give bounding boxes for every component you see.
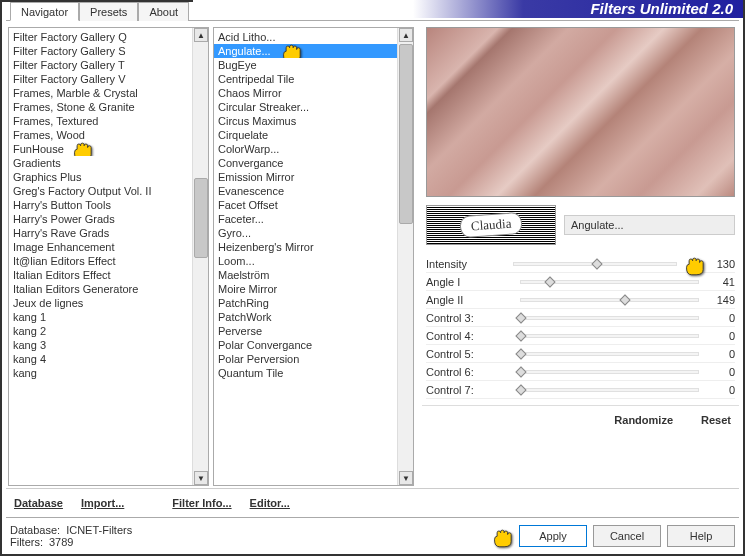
- filter-list-item[interactable]: Heizenberg's Mirror: [214, 240, 397, 254]
- filter-list-item[interactable]: Maelström: [214, 268, 397, 282]
- controls-button-row: Randomize Reset: [422, 405, 739, 434]
- author-logo-text: Claudia: [459, 212, 523, 238]
- slider-thumb[interactable]: [619, 294, 630, 305]
- filter-list-item[interactable]: Faceter...: [214, 212, 397, 226]
- control-row: Control 6:0: [426, 363, 735, 381]
- filter-list-item[interactable]: PatchWork: [214, 310, 397, 324]
- filter-list-item[interactable]: Circus Maximus: [214, 114, 397, 128]
- tab-presets[interactable]: Presets: [79, 2, 138, 21]
- filter-list-item[interactable]: Gyro...: [214, 226, 397, 240]
- category-list-item[interactable]: Frames, Wood: [9, 128, 192, 142]
- filter-list-item[interactable]: Centripedal Tile: [214, 72, 397, 86]
- filter-scrollbar[interactable]: ▲ ▼: [397, 28, 413, 485]
- control-slider[interactable]: [520, 280, 699, 284]
- editor-button[interactable]: Editor...: [246, 495, 294, 511]
- category-list-item[interactable]: Harry's Button Tools: [9, 198, 192, 212]
- category-list-item[interactable]: Filter Factory Gallery Q: [9, 30, 192, 44]
- category-list-item[interactable]: Italian Editors Effect: [9, 268, 192, 282]
- category-list-item[interactable]: Frames, Stone & Granite: [9, 100, 192, 114]
- category-list-item[interactable]: kang 2: [9, 324, 192, 338]
- scroll-up-icon[interactable]: ▲: [194, 28, 208, 42]
- main-panel: Filter Factory Gallery QFilter Factory G…: [6, 20, 739, 488]
- scroll-down-icon[interactable]: ▼: [194, 471, 208, 485]
- filter-list-item[interactable]: Quantum Tile: [214, 366, 397, 380]
- category-list-item[interactable]: Gradients: [9, 156, 192, 170]
- slider-thumb[interactable]: [516, 330, 527, 341]
- control-slider[interactable]: [520, 352, 699, 356]
- filter-info-button[interactable]: Filter Info...: [168, 495, 235, 511]
- category-list-item[interactable]: kang 1: [9, 310, 192, 324]
- category-list-item[interactable]: Jeux de lignes: [9, 296, 192, 310]
- filter-list-item[interactable]: Circular Streaker...: [214, 100, 397, 114]
- slider-thumb[interactable]: [516, 312, 527, 323]
- cancel-button[interactable]: Cancel: [593, 525, 661, 547]
- scroll-up-icon[interactable]: ▲: [399, 28, 413, 42]
- category-list-item[interactable]: Frames, Textured: [9, 114, 192, 128]
- slider-thumb[interactable]: [591, 258, 602, 269]
- category-list-item[interactable]: Filter Factory Gallery V: [9, 72, 192, 86]
- category-list-item[interactable]: Filter Factory Gallery S: [9, 44, 192, 58]
- filter-column: Acid Litho...Angulate...BugEyeCentripeda…: [211, 25, 416, 488]
- category-list-item[interactable]: Italian Editors Generatore: [9, 282, 192, 296]
- filter-list-item[interactable]: Perverse: [214, 324, 397, 338]
- help-button[interactable]: Help: [667, 525, 735, 547]
- control-row: Angle II149: [426, 291, 735, 309]
- control-slider[interactable]: [513, 262, 677, 266]
- filter-list-item[interactable]: Angulate...: [214, 44, 397, 58]
- filter-list-item[interactable]: Facet Offset: [214, 198, 397, 212]
- category-list-item[interactable]: Greg's Factory Output Vol. II: [9, 184, 192, 198]
- control-slider[interactable]: [520, 370, 699, 374]
- filter-list-item[interactable]: Emission Mirror: [214, 170, 397, 184]
- slider-thumb[interactable]: [516, 348, 527, 359]
- filter-list-item[interactable]: Moire Mirror: [214, 282, 397, 296]
- control-row: Control 3:0: [426, 309, 735, 327]
- filter-list-item[interactable]: Chaos Mirror: [214, 86, 397, 100]
- tab-about[interactable]: About: [138, 2, 189, 21]
- category-list-item[interactable]: kang 3: [9, 338, 192, 352]
- control-slider[interactable]: [520, 298, 699, 302]
- slider-thumb[interactable]: [544, 276, 555, 287]
- filter-list-item[interactable]: ColorWarp...: [214, 142, 397, 156]
- filter-list-item[interactable]: Cirquelate: [214, 128, 397, 142]
- category-list-item[interactable]: kang: [9, 366, 192, 380]
- category-list-item[interactable]: Harry's Power Grads: [9, 212, 192, 226]
- slider-thumb[interactable]: [516, 384, 527, 395]
- scroll-thumb[interactable]: [194, 178, 208, 258]
- filter-list-item[interactable]: Polar Convergance: [214, 338, 397, 352]
- category-list-item[interactable]: Frames, Marble & Crystal: [9, 86, 192, 100]
- category-list-item[interactable]: It@lian Editors Effect: [9, 254, 192, 268]
- category-list-item[interactable]: Graphics Plus: [9, 170, 192, 184]
- author-logo: Claudia: [426, 205, 556, 245]
- slider-thumb[interactable]: [516, 366, 527, 377]
- control-slider[interactable]: [520, 316, 699, 320]
- category-scrollbar[interactable]: ▲ ▼: [192, 28, 208, 485]
- control-slider[interactable]: [520, 334, 699, 338]
- category-list-item[interactable]: kang 4: [9, 352, 192, 366]
- apply-button[interactable]: Apply: [519, 525, 587, 547]
- scroll-down-icon[interactable]: ▼: [399, 471, 413, 485]
- filter-list-item[interactable]: Evanescence: [214, 184, 397, 198]
- category-list-item[interactable]: FunHouse: [9, 142, 192, 156]
- control-label: Control 6:: [426, 366, 514, 378]
- database-button[interactable]: Database: [10, 495, 67, 511]
- scroll-thumb[interactable]: [399, 44, 413, 224]
- filter-list-item[interactable]: PatchRing: [214, 296, 397, 310]
- category-list-item[interactable]: Harry's Rave Grads: [9, 226, 192, 240]
- category-listbox[interactable]: Filter Factory Gallery QFilter Factory G…: [8, 27, 209, 486]
- tab-navigator[interactable]: Navigator: [10, 2, 79, 21]
- filter-list-item[interactable]: BugEye: [214, 58, 397, 72]
- reset-button[interactable]: Reset: [697, 412, 735, 428]
- filters-label: Filters:: [10, 536, 43, 548]
- filter-list-item[interactable]: Polar Perversion: [214, 352, 397, 366]
- filter-listbox[interactable]: Acid Litho...Angulate...BugEyeCentripeda…: [213, 27, 414, 486]
- control-slider[interactable]: [520, 388, 699, 392]
- randomize-button[interactable]: Randomize: [610, 412, 677, 428]
- filter-list-item[interactable]: Loom...: [214, 254, 397, 268]
- category-list-item[interactable]: Image Enhancement: [9, 240, 192, 254]
- control-value: 0: [705, 366, 735, 378]
- category-list-item[interactable]: Filter Factory Gallery T: [9, 58, 192, 72]
- import-button[interactable]: Import...: [77, 495, 128, 511]
- footer: Database:ICNET-Filters Filters:3789 Appl…: [6, 517, 739, 554]
- filter-list-item[interactable]: Acid Litho...: [214, 30, 397, 44]
- filter-list-item[interactable]: Convergance: [214, 156, 397, 170]
